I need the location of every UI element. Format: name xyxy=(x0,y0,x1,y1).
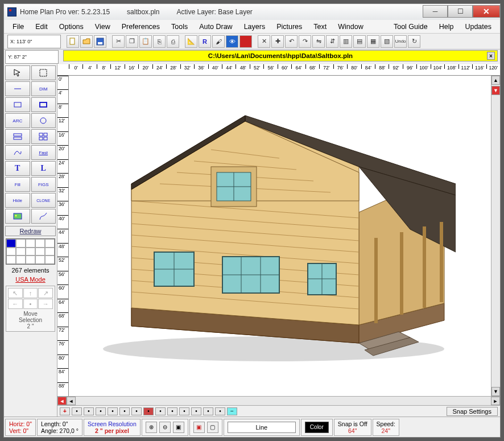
tb-grid[interactable]: ▦ xyxy=(367,35,379,48)
color-button[interactable]: Color xyxy=(305,422,329,433)
tool-figs[interactable]: FIGS xyxy=(31,177,56,192)
snap-settings-button[interactable]: Snap Settings xyxy=(447,407,498,416)
tool-dim[interactable]: DIM xyxy=(31,81,56,96)
move-ne[interactable]: ↗ xyxy=(38,288,53,298)
tb-paste[interactable]: 📋 xyxy=(139,35,152,48)
tb-stop[interactable] xyxy=(239,35,252,48)
tb-copy2[interactable]: ⎘ xyxy=(153,35,166,48)
tool-select-arrow[interactable] xyxy=(5,65,30,80)
tb-redo[interactable]: ↻ xyxy=(408,35,420,48)
pathbar-close-icon[interactable]: × xyxy=(487,52,495,60)
menu-file[interactable]: File xyxy=(9,22,28,32)
tb-ruler[interactable]: 📐 xyxy=(185,35,197,48)
tb-copy[interactable]: ❐ xyxy=(126,35,138,48)
move-w[interactable]: ← xyxy=(8,299,23,309)
scroll-marker-icon[interactable]: ▼ xyxy=(491,86,500,95)
move-n[interactable]: ↑ xyxy=(23,288,38,298)
vertical-scrollbar[interactable]: ▲ ▼ ▼ xyxy=(491,76,500,396)
tool-rect-a[interactable] xyxy=(5,97,30,112)
menu-toolguide[interactable]: Tool Guide xyxy=(390,22,432,32)
tb-brush[interactable]: 🖌 xyxy=(212,35,225,48)
menu-preferences[interactable]: Preferences xyxy=(118,22,164,32)
move-center[interactable]: • xyxy=(23,299,38,309)
menu-text[interactable]: Text xyxy=(309,22,331,32)
redraw-button[interactable]: Redraw xyxy=(5,226,56,236)
tool-freeline[interactable] xyxy=(31,209,56,224)
minimize-button[interactable]: ─ xyxy=(423,5,448,18)
snap-dot-2[interactable]: • xyxy=(84,407,94,415)
tb-save[interactable] xyxy=(94,35,106,48)
maximize-button[interactable]: ☐ xyxy=(448,5,473,18)
snap-dot-8[interactable]: • xyxy=(167,407,177,415)
snap-dot-red[interactable]: • xyxy=(143,407,154,415)
tool-fast[interactable]: Fast xyxy=(31,145,56,160)
tool-fill[interactable]: Fill xyxy=(5,177,30,192)
tb-new[interactable] xyxy=(67,35,79,48)
menu-window[interactable]: Window xyxy=(334,22,367,32)
tool-select-marquee[interactable] xyxy=(31,65,56,80)
tb-open[interactable] xyxy=(80,35,93,48)
scroll-left-icon[interactable]: ◄ xyxy=(67,397,76,405)
scroll-left-red-icon[interactable]: ◄ xyxy=(57,397,67,405)
tb-cut[interactable]: ✂ xyxy=(112,35,125,48)
tool-line[interactable] xyxy=(5,81,30,96)
menu-updates[interactable]: Updates xyxy=(461,22,495,32)
tool-image[interactable] xyxy=(5,209,30,224)
tb-align2[interactable]: ▤ xyxy=(353,35,366,48)
tb-eye[interactable]: 👁 xyxy=(226,35,238,48)
snap-plus[interactable]: + xyxy=(60,407,70,415)
tb-rot-r[interactable]: ↷ xyxy=(299,35,311,48)
usa-mode-link[interactable]: USA Mode xyxy=(15,276,46,283)
snap-dot-6[interactable]: • xyxy=(131,407,142,415)
tb-flip-v[interactable]: ⇵ xyxy=(326,35,338,48)
status-snap[interactable]: Snap is Off64" xyxy=(334,419,371,436)
select-b-icon[interactable]: ▢ xyxy=(207,422,218,433)
tool-hide[interactable]: Hide xyxy=(5,193,30,208)
menu-autodraw[interactable]: Auto Draw xyxy=(195,22,236,32)
scroll-up-icon[interactable]: ▲ xyxy=(491,76,500,85)
menu-options[interactable]: Options xyxy=(55,22,88,32)
tb-color[interactable]: ▧ xyxy=(381,35,393,48)
tb-text-r[interactable]: R xyxy=(199,35,211,48)
zoom-fit-icon[interactable]: ▣ xyxy=(173,422,184,433)
tool-text-t[interactable]: T xyxy=(5,161,30,176)
snap-dot-4[interactable]: • xyxy=(108,407,118,415)
snap-dot-7[interactable]: • xyxy=(155,407,166,415)
snap-dot-3[interactable]: • xyxy=(96,407,106,415)
menu-pictures[interactable]: Pictures xyxy=(272,22,306,32)
menu-view[interactable]: View xyxy=(91,22,114,32)
tool-wall-a[interactable] xyxy=(5,129,30,144)
color-palette[interactable] xyxy=(6,238,55,265)
snap-dot-10[interactable]: • xyxy=(191,407,201,415)
snap-dot-12[interactable]: • xyxy=(215,407,225,415)
drawing-canvas[interactable] xyxy=(69,76,491,396)
move-e[interactable]: → xyxy=(38,299,53,309)
zoom-in-icon[interactable]: ⊕ xyxy=(146,422,157,433)
scroll-right-icon[interactable]: ► xyxy=(491,397,500,405)
scroll-down-icon[interactable]: ▼ xyxy=(491,387,500,396)
tool-text-l[interactable]: L xyxy=(31,161,56,176)
tb-x[interactable]: ✕ xyxy=(258,35,270,48)
snap-minus[interactable]: − xyxy=(227,407,237,415)
snap-dot-9[interactable]: • xyxy=(179,407,189,415)
tb-copy3[interactable]: ⎙ xyxy=(167,35,179,48)
tool-arc[interactable]: ARC xyxy=(5,113,30,128)
tb-undo[interactable]: Undo xyxy=(394,35,407,48)
menu-layers[interactable]: Layers xyxy=(240,22,270,32)
snap-dot-11[interactable]: • xyxy=(203,407,213,415)
tool-clone[interactable]: CLONE xyxy=(31,193,56,208)
tool-wall-b[interactable] xyxy=(31,129,56,144)
horizontal-scrollbar[interactable]: ◄ ◄ ► xyxy=(57,396,500,405)
zoom-out-icon[interactable]: ⊖ xyxy=(159,422,171,433)
tb-plus[interactable]: ✚ xyxy=(271,35,284,48)
menu-edit[interactable]: Edit xyxy=(31,22,52,32)
menu-help[interactable]: Help xyxy=(435,22,458,32)
tool-rect-b[interactable] xyxy=(31,97,56,112)
linestyle-dropdown[interactable]: Line xyxy=(228,422,296,433)
snap-dot-5[interactable]: • xyxy=(119,407,130,415)
tool-curve[interactable] xyxy=(5,145,30,160)
tb-rot-l[interactable]: ↶ xyxy=(285,35,298,48)
menu-tools[interactable]: Tools xyxy=(167,22,192,32)
tool-circle[interactable] xyxy=(31,113,56,128)
move-nw[interactable]: ↖ xyxy=(8,288,23,298)
